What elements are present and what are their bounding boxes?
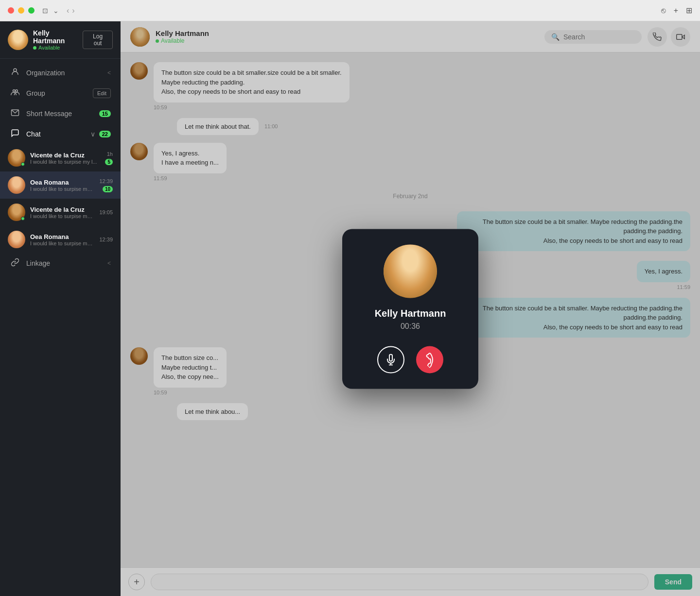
sidebar-item-label-organization: Organization [26, 69, 107, 77]
short-message-icon [10, 108, 20, 119]
sidebar-item-organization[interactable]: Organization < [0, 63, 121, 83]
share-icon[interactable]: ⎋ [661, 6, 666, 15]
chat-preview-4: I would like to surpise my l... [30, 240, 94, 246]
traffic-lights [8, 7, 35, 14]
chat-meta-3: 19:05 [99, 209, 113, 215]
online-status-dot-3 [21, 217, 25, 221]
chat-name-4: Oea Romana [30, 233, 94, 240]
chat-chevron-icon: ∨ [90, 130, 95, 138]
sidebar-user-info: Kelly Hartmann Available [33, 29, 83, 51]
status-dot-icon [33, 46, 36, 50]
sidebar-item-label-short-message: Short Message [26, 110, 99, 118]
sidebar-item-group[interactable]: Group Edit [0, 83, 121, 103]
chat-meta-1: 1h 5 [105, 151, 113, 165]
window-controls: ⊡ ⌄ [42, 7, 59, 15]
forward-arrow-icon[interactable]: › [72, 6, 74, 15]
add-tab-icon[interactable]: + [674, 6, 678, 15]
chat-info-4: Oea Romana I would like to surpise my l.… [30, 233, 94, 246]
sidebar-user: Kelly Hartmann Available [8, 29, 83, 51]
chevron-down-icon[interactable]: ⌄ [53, 7, 59, 15]
close-button[interactable] [8, 7, 14, 14]
chat-avatar-3 [8, 204, 25, 221]
call-name: Kelly Hartmann [375, 307, 446, 319]
chat-meta-4: 12:39 [99, 237, 113, 242]
chat-time-2: 12:39 [99, 178, 113, 184]
grid-icon[interactable]: ⊞ [686, 6, 692, 15]
sidebar-item-label-linkage: Linkage [26, 259, 107, 267]
chat-time-1: 1h [107, 151, 113, 157]
sidebar-username: Kelly Hartmann [33, 29, 83, 45]
organization-chevron-icon: < [107, 69, 111, 76]
chat-name-3: Vicente de la Cruz [30, 206, 94, 213]
window-right-icons: ⎋ + ⊞ [661, 6, 692, 15]
sidebar-item-chat[interactable]: Chat ∨ 22 [0, 124, 121, 144]
nav-arrows: ‹ › [67, 6, 75, 15]
chat-time-3: 19:05 [99, 209, 113, 215]
chat-item-1[interactable]: Vicente de la Cruz I would like to surpi… [0, 144, 121, 171]
chat-info-2: Oea Romana I would like to surpise my l.… [30, 179, 94, 192]
call-overlay: Kelly Hartmann 00:36 [342, 229, 478, 389]
main-area: Kelly Hartmann Available 🔍 [121, 21, 700, 596]
chat-item-4[interactable]: Oea Romana I would like to surpise my l.… [0, 226, 121, 253]
sidebar-user-status: Available [33, 45, 83, 51]
call-timer: 00:36 [401, 322, 420, 330]
sidebar: Kelly Hartmann Available Log out Organiz… [0, 21, 121, 596]
svg-point-0 [14, 68, 17, 71]
sidebar-item-short-message[interactable]: Short Message 15 [0, 103, 121, 124]
chat-info-3: Vicente de la Cruz I would like to surpi… [30, 206, 94, 219]
sidebar-user-avatar [8, 30, 28, 50]
minimize-button[interactable] [18, 7, 24, 14]
chat-preview-3: I would like to surpise my l... [30, 213, 94, 219]
short-message-badge: 15 [99, 110, 111, 117]
chat-avatar-4 [8, 231, 25, 248]
call-actions [377, 346, 443, 373]
group-edit-button[interactable]: Edit [93, 88, 111, 98]
sidebar-item-linkage[interactable]: Linkage < [0, 253, 121, 273]
chat-time-4: 12:39 [99, 237, 113, 242]
logout-button[interactable]: Log out [83, 31, 113, 49]
chat-item-2[interactable]: Oea Romana I would like to surpise my l.… [0, 171, 121, 199]
sidebar-nav: Organization < Group Edit Short Message … [0, 59, 121, 596]
group-icon [10, 88, 20, 99]
sidebar-item-label-chat: Chat [26, 130, 90, 138]
call-avatar-face [384, 244, 437, 298]
chat-name-1: Vicente de la Cruz [30, 152, 100, 159]
back-arrow-icon[interactable]: ‹ [67, 6, 69, 15]
chat-list: Vicente de la Cruz I would like to surpi… [0, 144, 121, 253]
online-status-dot-1 [21, 162, 25, 166]
chat-item-3[interactable]: Vicente de la Cruz I would like to surpi… [0, 199, 121, 226]
app-container: Kelly Hartmann Available Log out Organiz… [0, 21, 700, 596]
chat-badge: 22 [99, 131, 111, 137]
mute-button[interactable] [377, 346, 404, 373]
chat-avatar-1 [8, 149, 25, 167]
sidebar-item-label-group: Group [26, 89, 93, 97]
chat-count-1: 5 [105, 159, 113, 165]
linkage-icon [10, 258, 20, 269]
sidebar-header: Kelly Hartmann Available Log out [0, 21, 121, 59]
chat-count-2: 10 [103, 186, 113, 192]
svg-point-1 [13, 90, 16, 92]
chat-meta-2: 12:39 10 [99, 178, 113, 192]
linkage-chevron-icon: < [107, 260, 111, 267]
maximize-button[interactable] [28, 7, 35, 14]
chat-info-1: Vicente de la Cruz I would like to surpi… [30, 152, 100, 165]
call-avatar [384, 244, 437, 298]
organization-icon [10, 68, 20, 78]
chat-name-2: Oea Romana [30, 179, 94, 186]
window-chrome: ⊡ ⌄ ‹ › ⎋ + ⊞ [0, 0, 700, 21]
chat-avatar-2 [8, 176, 25, 194]
svg-point-2 [16, 90, 18, 92]
hangup-button[interactable] [410, 340, 449, 378]
sidebar-toggle-icon[interactable]: ⊡ [42, 7, 48, 15]
chat-preview-1: I would like to surpise my l... [30, 159, 100, 165]
chat-icon [10, 129, 20, 139]
chat-preview-2: I would like to surpise my l... [30, 186, 94, 192]
